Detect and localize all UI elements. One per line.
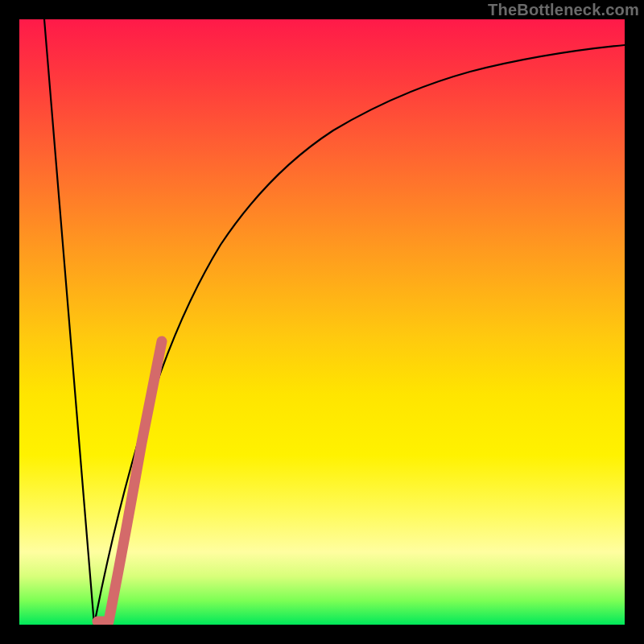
highlight-segment [97, 341, 162, 621]
attribution-text: TheBottleneck.com [488, 1, 639, 19]
right-rising-curve [94, 45, 625, 625]
plot-area [19, 19, 625, 625]
chart-frame: TheBottleneck.com [0, 0, 644, 644]
chart-svg [19, 19, 625, 625]
left-diagonal-curve [44, 19, 94, 625]
